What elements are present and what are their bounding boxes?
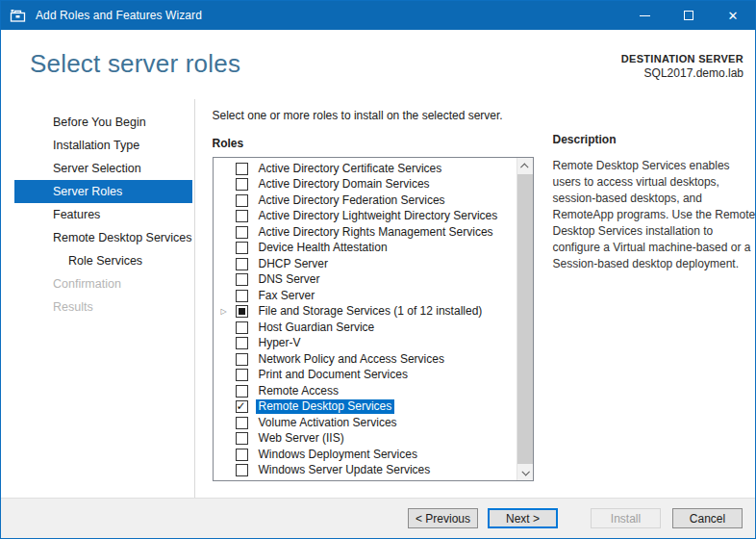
sidebar-item-remote-desktop-services[interactable]: Remote Desktop Services (14, 226, 192, 249)
role-label[interactable]: Web Server (IIS) (256, 431, 347, 446)
close-button[interactable]: ✕ (711, 1, 755, 30)
role-checkbox-unchecked[interactable] (236, 163, 248, 175)
role-row-device-health-attestation[interactable]: Device Health Attestation (221, 241, 533, 257)
sidebar-item-role-services[interactable]: Role Services (14, 249, 192, 272)
role-row-dns-server[interactable]: DNS Server (221, 272, 533, 289)
role-row-volume-activation-services[interactable]: Volume Activation Services (221, 415, 533, 431)
role-label[interactable]: Hyper-V (256, 336, 304, 350)
role-label[interactable]: Active Directory Certificate Services (256, 162, 445, 176)
role-row-host-guardian-service[interactable]: Host Guardian Service (221, 320, 533, 336)
role-label[interactable]: Network Policy and Access Services (256, 352, 447, 367)
role-row-active-directory-certificate-services[interactable]: Active Directory Certificate Services (221, 161, 533, 177)
role-row-active-directory-federation-services[interactable]: Active Directory Federation Services (221, 192, 533, 209)
wizard-steps-sidebar: Before You BeginInstallation TypeServer … (1, 99, 195, 498)
destination-server-label: DESTINATION SERVER (621, 53, 743, 64)
role-label[interactable]: Remote Desktop Services (256, 399, 395, 414)
description-heading: Description (553, 133, 756, 146)
roles-listbox: Active Directory Certificate ServicesAct… (213, 157, 534, 481)
maximize-icon (684, 11, 693, 20)
role-checkbox-unchecked[interactable] (236, 337, 248, 349)
role-checkbox-unchecked[interactable] (236, 178, 248, 191)
role-row-hyper-v[interactable]: Hyper-V (221, 336, 533, 352)
role-checkbox-checked[interactable] (236, 400, 248, 413)
role-label[interactable]: Volume Activation Services (256, 416, 400, 430)
role-checkbox-unchecked[interactable] (236, 194, 248, 207)
sidebar-item-before-you-begin[interactable]: Before You Begin (14, 111, 192, 134)
description-text: Remote Desktop Services enables users to… (553, 158, 756, 272)
role-row-active-directory-lightweight-directory-services[interactable]: Active Directory Lightweight Directory S… (221, 209, 533, 225)
role-row-active-directory-rights-management-services[interactable]: Active Directory Rights Management Servi… (221, 224, 533, 241)
sidebar-item-confirmation: Confirmation (14, 272, 192, 295)
role-checkbox-unchecked[interactable] (236, 210, 248, 222)
role-checkbox-unchecked[interactable] (236, 226, 248, 239)
chevron-up-icon (520, 163, 528, 170)
wizard-header: Select server roles DESTINATION SERVER S… (1, 30, 755, 99)
role-label[interactable]: DHCP Server (256, 257, 331, 271)
role-row-print-and-document-services[interactable]: Print and Document Services (221, 368, 533, 384)
roles-rows: Active Directory Certificate ServicesAct… (214, 158, 533, 478)
role-label[interactable]: Print and Document Services (256, 368, 411, 382)
role-checkbox-unchecked[interactable] (236, 449, 248, 461)
role-checkbox-unchecked[interactable] (236, 258, 248, 270)
minimize-icon (640, 15, 650, 16)
role-checkbox-unchecked[interactable] (236, 353, 248, 366)
scrollbar-thumb[interactable] (517, 174, 534, 464)
role-row-remote-desktop-services[interactable]: Remote Desktop Services (221, 399, 533, 416)
role-checkbox-unchecked[interactable] (236, 242, 248, 254)
maximize-button[interactable] (667, 1, 711, 30)
role-label[interactable]: Windows Server Update Services (256, 463, 434, 477)
role-row-dhcp-server[interactable]: DHCP Server (221, 256, 533, 272)
role-row-active-directory-domain-services[interactable]: Active Directory Domain Services (221, 177, 533, 193)
add-roles-features-wizard-window: Add Roles and Features Wizard ✕ Select s… (0, 0, 756, 539)
role-row-windows-deployment-services[interactable]: Windows Deployment Services (221, 447, 533, 463)
role-label[interactable]: Windows Deployment Services (256, 448, 420, 462)
role-checkbox-unchecked[interactable] (236, 432, 248, 445)
role-checkbox-unchecked[interactable] (236, 290, 248, 302)
role-label[interactable]: Remote Access (256, 384, 341, 398)
sidebar-item-results: Results (14, 295, 192, 319)
sidebar-item-features[interactable]: Features (14, 203, 192, 226)
role-row-web-server-iis[interactable]: Web Server (IIS) (221, 431, 533, 448)
roles-list-label: Roles (213, 137, 534, 150)
instruction-text: Select one or more roles to install on t… (213, 109, 534, 122)
role-checkbox-unchecked[interactable] (236, 464, 248, 476)
role-checkbox-unchecked[interactable] (236, 417, 248, 429)
sidebar-item-installation-type[interactable]: Installation Type (14, 134, 192, 157)
next-button[interactable]: Next > (488, 508, 558, 528)
role-checkbox-unchecked[interactable] (236, 385, 248, 398)
role-checkbox-partial[interactable] (236, 305, 248, 318)
role-label[interactable]: Active Directory Federation Services (256, 193, 448, 208)
destination-server-block: DESTINATION SERVER SQL2017.demo.lab (621, 49, 743, 99)
role-label[interactable]: Fax Server (256, 289, 318, 303)
sidebar-item-server-selection[interactable]: Server Selection (14, 157, 192, 180)
role-label[interactable]: DNS Server (256, 272, 323, 287)
previous-button[interactable]: < Previous (408, 508, 478, 528)
role-checkbox-unchecked[interactable] (236, 369, 248, 381)
scroll-down-button[interactable] (517, 464, 534, 480)
scroll-up-button[interactable] (517, 158, 534, 174)
sidebar-item-server-roles[interactable]: Server Roles (14, 180, 192, 203)
cancel-button[interactable]: Cancel (672, 508, 743, 528)
title-bar: Add Roles and Features Wizard ✕ (1, 1, 755, 30)
expand-arrow-icon[interactable]: ▷ (221, 307, 236, 317)
destination-server-name: SQL2017.demo.lab (621, 66, 743, 80)
minimize-button[interactable] (622, 1, 667, 30)
roles-wizard-toolbox-icon (10, 8, 27, 23)
role-label[interactable]: Active Directory Rights Management Servi… (256, 225, 496, 240)
role-checkbox-unchecked[interactable] (236, 273, 248, 286)
role-row-network-policy-and-access-services[interactable]: Network Policy and Access Services (221, 351, 533, 368)
wizard-body: Before You BeginInstallation TypeServer … (1, 99, 755, 498)
role-row-fax-server[interactable]: Fax Server (221, 288, 533, 304)
page-title: Select server roles (30, 49, 240, 99)
role-label[interactable]: File and Storage Services (1 of 12 insta… (256, 304, 486, 319)
chevron-down-icon (521, 468, 529, 475)
role-label[interactable]: Host Guardian Service (256, 321, 378, 335)
role-label[interactable]: Device Health Attestation (256, 241, 391, 255)
roles-scrollbar[interactable] (517, 158, 533, 480)
role-row-file-and-storage-services-1-of-12-installed[interactable]: ▷File and Storage Services (1 of 12 inst… (221, 304, 533, 321)
role-label[interactable]: Active Directory Domain Services (256, 177, 433, 192)
role-label[interactable]: Active Directory Lightweight Directory S… (256, 209, 501, 223)
role-checkbox-unchecked[interactable] (236, 321, 248, 334)
role-row-windows-server-update-services[interactable]: Windows Server Update Services (221, 463, 533, 479)
role-row-remote-access[interactable]: Remote Access (221, 383, 533, 399)
